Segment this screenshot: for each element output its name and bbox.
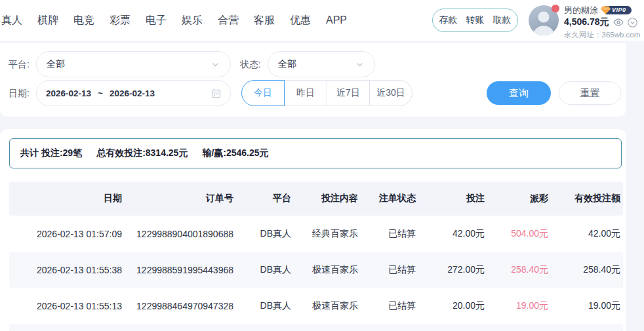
username: 男的糊涂 (564, 5, 598, 16)
nav-item[interactable]: APP (326, 14, 347, 26)
cell-platform: DB真人 (236, 300, 294, 312)
table-row: 2026-02-13 01:55:13 1229988464970947328 … (9, 288, 623, 324)
records-panel: 共计 投注:29笔总有效投注:8314.25元输/赢:2546.25元 日期订单… (0, 129, 626, 331)
summary-item: 共计 投注:29笔 (20, 147, 82, 159)
nav-item[interactable]: 彩票 (110, 14, 131, 28)
nav-item[interactable]: 客服 (254, 14, 275, 28)
date-range-input[interactable]: 2026-02-13 ~ 2026-02-13 (36, 80, 231, 106)
column-header: 投注内容 (294, 193, 361, 204)
chevron-down-icon (355, 60, 364, 69)
nav-item[interactable]: 电竞 (73, 14, 94, 28)
site-url: 永久网址：365wb.com (564, 30, 644, 40)
table-body: 2026-02-13 01:57:09 1229988904001890688 … (9, 216, 623, 324)
cell-bet-amount: 20.00元 (418, 300, 487, 312)
balance: 4,506.78元 (564, 16, 609, 28)
cell-bet-content: 经典百家乐 (294, 228, 361, 240)
filter-panel: 平台: 全部 状态: 全部 日期: 2026-02-13 ~ 2026-02-1… (0, 43, 626, 117)
cell-status: 已结算 (361, 300, 418, 312)
platform-select[interactable]: 全部 (36, 51, 231, 77)
date-separator: ~ (98, 88, 103, 98)
quick-range-button[interactable]: 今日 (241, 80, 285, 106)
vip-gem-icon (601, 6, 611, 14)
bet-records-table: 日期订单号平台投注内容注单状态投注派彩有效投注额 2026-02-13 01:5… (9, 182, 623, 331)
column-header: 派彩 (487, 193, 551, 204)
search-button[interactable]: 查询 (487, 81, 551, 105)
cell-order-no: 1229988464970947328 (125, 301, 236, 311)
column-header: 有效投注额 (551, 193, 623, 204)
status-select[interactable]: 全部 (268, 51, 375, 77)
nav-item[interactable]: 娱乐 (182, 14, 203, 28)
table-header-row: 日期订单号平台投注内容注单状态投注派彩有效投注额 (9, 182, 623, 216)
cell-payout: 504.00元 (487, 228, 551, 240)
cell-status: 已结算 (361, 264, 418, 276)
table-row: 2026-02-13 01:55:38 1229988591995443968 … (9, 252, 623, 288)
nav-item[interactable]: 优惠 (290, 14, 311, 28)
platform-select-value: 全部 (47, 58, 65, 70)
cell-valid-amount: 42.00元 (551, 228, 623, 240)
cell-date: 2026-02-13 01:55:13 (9, 301, 125, 311)
cell-status: 已结算 (361, 228, 418, 240)
cell-bet-amount: 42.00元 (418, 228, 487, 240)
partial-next-row (9, 324, 623, 331)
cell-bet-amount: 272.00元 (418, 264, 487, 276)
summary-item: 输/赢:2546.25元 (202, 147, 268, 159)
chevron-down-icon (211, 60, 220, 69)
cell-payout: 258.40元 (487, 264, 551, 276)
cell-date: 2026-02-13 01:55:38 (9, 265, 125, 275)
calendar-icon (211, 88, 221, 98)
user-info: 男的糊涂 VIP0 4,506.78元 (564, 5, 644, 40)
cell-valid-amount: 19.00元 (551, 300, 623, 312)
table-row: 2026-02-13 01:57:09 1229988904001890688 … (9, 216, 623, 252)
nav-item[interactable]: 棋牌 (37, 14, 58, 28)
summary-item: 总有效投注:8314.25元 (96, 147, 188, 159)
quick-range-group: 今日昨日近7日近30日 (241, 80, 413, 106)
cell-payout: 19.00元 (487, 300, 551, 312)
date-from: 2026-02-13 (46, 88, 91, 98)
wallet-actions-group: 存款转账取款 (432, 9, 518, 32)
status-label: 状态: (240, 59, 261, 71)
column-header: 日期 (9, 193, 125, 204)
cell-bet-content: 极速百家乐 (294, 300, 361, 312)
nav-item[interactable]: 电子 (146, 14, 167, 28)
notification-dot (552, 5, 559, 12)
column-header: 平台 (236, 193, 294, 204)
status-select-value: 全部 (278, 58, 296, 70)
wallet-action-button[interactable]: 转账 (466, 14, 485, 26)
nav-item[interactable]: 真人 (1, 14, 22, 28)
platform-label: 平台: (9, 59, 30, 71)
quick-range-button[interactable]: 近30日 (369, 80, 413, 106)
main-nav: 真人棋牌电竞彩票电子娱乐合营客服优惠APP (1, 0, 347, 41)
vip-badge: VIP0 (601, 6, 632, 14)
reset-button[interactable]: 重置 (559, 81, 621, 105)
nav-item[interactable]: 合营 (218, 14, 239, 28)
summary-bar: 共计 投注:29笔总有效投注:8314.25元输/赢:2546.25元 (9, 138, 622, 168)
cell-date: 2026-02-13 01:57:09 (9, 229, 125, 239)
quick-range-button[interactable]: 近7日 (327, 80, 370, 106)
avatar[interactable] (529, 5, 559, 35)
column-header: 订单号 (125, 193, 236, 204)
cell-order-no: 1229988591995443968 (125, 265, 236, 275)
wallet-action-button[interactable]: 取款 (493, 14, 512, 26)
quick-range-button[interactable]: 昨日 (284, 80, 327, 106)
cell-platform: DB真人 (236, 228, 294, 240)
wallet-action-button[interactable]: 存款 (439, 14, 458, 26)
top-header: 真人棋牌电竞彩票电子娱乐合营客服优惠APP 存款转账取款 男的糊涂 VIP0 4… (0, 0, 644, 41)
column-header: 投注 (418, 193, 487, 204)
cell-order-no: 1229988904001890688 (125, 229, 236, 239)
date-to: 2026-02-13 (110, 88, 155, 98)
column-header: 注单状态 (361, 193, 418, 204)
balance-dropdown-icon[interactable] (628, 18, 637, 28)
eye-icon[interactable] (613, 18, 624, 26)
cell-bet-content: 极速百家乐 (294, 264, 361, 276)
cell-platform: DB真人 (236, 264, 294, 276)
date-label: 日期: (9, 88, 30, 100)
cell-valid-amount: 258.40元 (551, 264, 623, 276)
